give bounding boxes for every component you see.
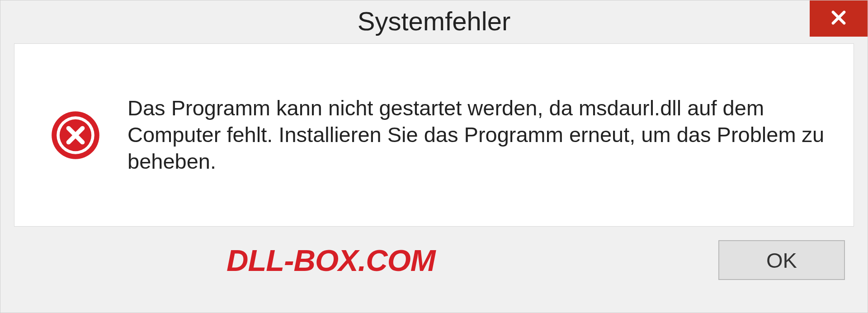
- content-panel: Das Programm kann nicht gestartet werden…: [14, 43, 854, 227]
- titlebar: Systemfehler: [0, 0, 868, 41]
- error-dialog: Systemfehler Das Programm kann nicht ges…: [0, 0, 868, 313]
- error-icon: [51, 110, 100, 160]
- ok-button[interactable]: OK: [718, 240, 845, 280]
- error-message: Das Programm kann nicht gestartet werden…: [127, 95, 831, 175]
- watermark-text: DLL-BOX.COM: [226, 243, 435, 278]
- close-button[interactable]: [810, 0, 868, 37]
- dialog-footer: DLL-BOX.COM OK: [0, 227, 868, 280]
- close-icon: [829, 8, 848, 29]
- dialog-title: Systemfehler: [358, 6, 510, 36]
